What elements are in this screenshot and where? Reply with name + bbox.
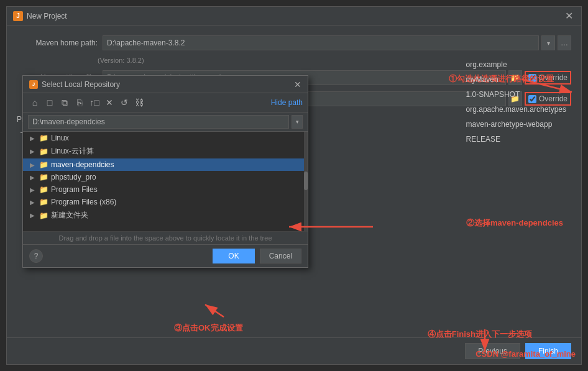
toolbar-up-btn[interactable]: ↑□ — [88, 96, 101, 109]
tree-item-phpstudy[interactable]: ▶ 📁 phpstudy_pro — [23, 171, 308, 183]
close-button[interactable]: ✕ — [563, 10, 575, 22]
title-text: New Project — [27, 12, 563, 21]
tree-item-maven[interactable]: ▶ 📁 maven-dependcies — [23, 158, 308, 171]
right-value-5: RELEASE — [466, 134, 566, 145]
sub-dialog-bottom: ? OK Cancel — [23, 244, 308, 267]
right-value-1: myMaven — [466, 74, 566, 85]
sub-dialog-title: Select Local Repository — [42, 80, 294, 89]
tree-toggle-new-folder: ▶ — [28, 212, 37, 219]
tree-item-linux[interactable]: ▶ 📁 Linux — [23, 132, 308, 144]
folder-icon-program-files-x86: 📁 — [39, 198, 48, 206]
tree-toggle-program-files-x86: ▶ — [28, 199, 37, 206]
tree-label-linux-cloud: Linux-云计算 — [51, 146, 94, 157]
scrollbar-thumb — [304, 172, 308, 190]
drag-drop-hint: Drag and drop a file into the space abov… — [23, 231, 308, 244]
tree-scrollbar[interactable] — [304, 132, 308, 231]
sub-dialog-toolbar: ⌂ □ ⧉ ⎘ ↑□ ✕ ↺ ⛓ Hide path — [23, 93, 308, 112]
toolbar-home-btn[interactable]: ⌂ — [28, 96, 42, 109]
folder-icon-maven: 📁 — [39, 160, 48, 169]
right-value-2: 1.0-SNAPSHOT — [466, 89, 566, 100]
sub-dialog-title-bar: J Select Local Repository ✕ — [23, 76, 308, 93]
cancel-button[interactable]: Cancel — [260, 249, 301, 263]
folder-icon-program-files: 📁 — [39, 185, 48, 194]
sub-dialog-path-bar: ▾ — [23, 112, 308, 132]
folder-icon-phpstudy: 📁 — [39, 173, 48, 181]
toolbar-refresh-btn[interactable]: ↺ — [117, 96, 131, 109]
folder-icon-linux-cloud: 📁 — [39, 147, 48, 156]
tree-label-maven: maven-dependcies — [51, 160, 114, 169]
tree-toggle-linux: ▶ — [28, 135, 37, 142]
sub-dialog: J Select Local Repository ✕ ⌂ □ ⧉ ⎘ ↑□ ✕… — [22, 75, 308, 268]
tree-item-linux-cloud[interactable]: ▶ 📁 Linux-云计算 — [23, 144, 308, 158]
ok-button[interactable]: OK — [213, 249, 254, 263]
toolbar-delete-btn[interactable]: ✕ — [103, 96, 116, 109]
maven-home-label: Maven home path: — [17, 39, 98, 47]
watermark: CSDN @faramita_of_mine — [475, 349, 576, 359]
path-dropdown-btn[interactable]: ▾ — [292, 115, 303, 129]
hide-path-button[interactable]: Hide path — [271, 98, 303, 107]
tree-item-new-folder[interactable]: ▶ 📁 新建文件夹 — [23, 208, 308, 222]
file-tree[interactable]: ▶ 📁 Linux ▶ 📁 Linux-云计算 ▶ 📁 maven-depend… — [23, 132, 308, 231]
toolbar-new-folder-btn[interactable]: □ — [43, 96, 57, 109]
maven-home-folder[interactable]: … — [558, 35, 571, 50]
maven-home-input-container: ▾ … — [103, 35, 571, 50]
maven-home-row: Maven home path: ▾ … — [17, 35, 571, 50]
title-icon: J — [13, 11, 23, 21]
help-button[interactable]: ? — [29, 249, 43, 263]
tree-label-new-folder: 新建文件夹 — [51, 210, 88, 221]
right-value-3: org.apache.maven.archetypes — [466, 104, 566, 115]
right-panel: org.example myMaven 1.0-SNAPSHOT org.apa… — [466, 59, 566, 145]
right-value-0: org.example — [466, 59, 566, 70]
tree-label-program-files: Program Files — [51, 185, 98, 194]
right-value-4: maven-archetype-webapp — [466, 119, 566, 130]
tree-label-linux: Linux — [51, 134, 69, 142]
maven-home-input[interactable] — [103, 35, 539, 50]
tree-label-program-files-x86: Program Files (x86) — [51, 198, 116, 206]
tree-toggle-program-files: ▶ — [28, 186, 37, 193]
toolbar-paste-btn[interactable]: ⎘ — [73, 96, 86, 109]
toolbar-link-btn[interactable]: ⛓ — [132, 96, 146, 109]
sub-dialog-icon: J — [29, 80, 38, 89]
title-bar: J New Project ✕ — [7, 7, 581, 25]
path-input[interactable] — [28, 115, 289, 129]
maven-home-dropdown[interactable]: ▾ — [541, 35, 555, 50]
tree-label-phpstudy: phpstudy_pro — [51, 173, 96, 181]
sub-dialog-action-buttons: OK Cancel — [213, 249, 301, 263]
tree-toggle-maven: ▶ — [28, 162, 37, 168]
toolbar-copy-btn[interactable]: ⧉ — [58, 96, 71, 109]
tree-item-program-files[interactable]: ▶ 📁 Program Files — [23, 183, 308, 196]
tree-toggle-phpstudy: ▶ — [28, 174, 37, 181]
sub-dialog-close[interactable]: ✕ — [294, 80, 301, 89]
tree-item-program-files-x86[interactable]: ▶ 📁 Program Files (x86) — [23, 196, 308, 208]
folder-icon-linux: 📁 — [39, 134, 48, 142]
tree-toggle-linux-cloud: ▶ — [28, 148, 37, 155]
folder-icon-new-folder: 📁 — [39, 211, 48, 220]
